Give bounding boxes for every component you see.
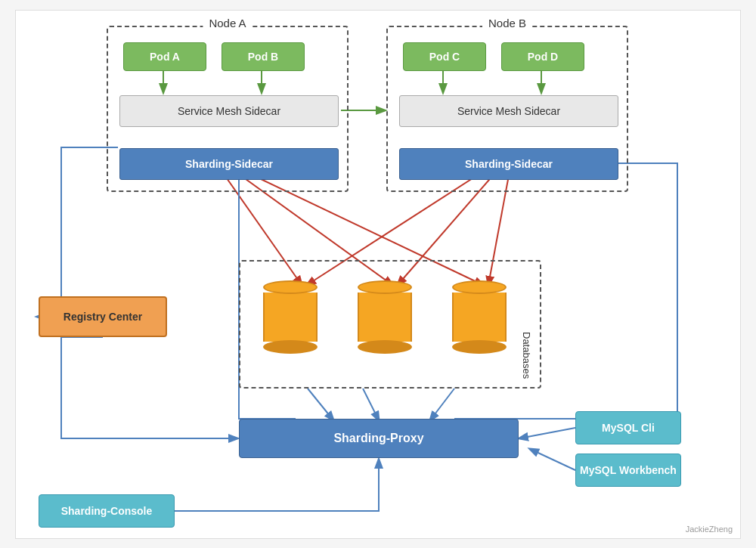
databases-label: Databases <box>521 332 532 379</box>
db1-bottom <box>263 340 318 354</box>
database-2 <box>358 280 412 354</box>
pod-a-label: Pod A <box>150 51 180 63</box>
pod-c-label: Pod C <box>429 51 460 63</box>
node-a-box: Node A Pod A Pod B Service Mesh Sidecar … <box>107 26 349 192</box>
registry-center-label: Registry Center <box>64 311 142 323</box>
pod-c: Pod C <box>403 42 486 71</box>
sharding-sidecar-a-label: Sharding-Sidecar <box>185 158 273 170</box>
svg-line-15 <box>530 449 575 470</box>
sharding-console-label: Sharding-Console <box>61 505 153 517</box>
db3-top <box>452 280 507 294</box>
watermark: JackieZheng <box>686 525 733 534</box>
sharding-proxy: Sharding-Proxy <box>239 419 519 458</box>
sharding-console: Sharding-Console <box>39 494 175 528</box>
pod-d-label: Pod D <box>528 51 558 63</box>
db2-bottom <box>358 340 412 354</box>
pod-d: Pod D <box>501 42 584 71</box>
node-b-label: Node B <box>482 17 532 29</box>
db2-top <box>358 280 412 294</box>
svg-line-11 <box>308 389 333 420</box>
db3-body <box>452 293 507 342</box>
diagram: Node A Pod A Pod B Service Mesh Sidecar … <box>15 10 741 539</box>
databases-box: Databases <box>239 260 541 389</box>
svg-line-13 <box>430 389 454 420</box>
db1-body <box>263 293 318 342</box>
db3-bottom <box>452 340 507 354</box>
mysql-cli: MySQL Cli <box>575 411 681 444</box>
mysql-workbench-label: MySQL Workbench <box>580 464 677 476</box>
database-3 <box>452 280 507 354</box>
pod-a: Pod A <box>123 42 206 71</box>
sidecar-b-label: Service Mesh Sidecar <box>457 105 560 117</box>
svg-line-12 <box>363 389 379 420</box>
sidecar-b: Service Mesh Sidecar <box>399 95 618 127</box>
node-a-label: Node A <box>203 17 252 29</box>
mysql-workbench: MySQL Workbench <box>575 454 681 487</box>
sidecar-a: Service Mesh Sidecar <box>119 95 339 127</box>
db2-body <box>358 293 412 342</box>
node-b-box: Node B Pod C Pod D Service Mesh Sidecar … <box>386 26 628 192</box>
sharding-sidecar-b-label: Sharding-Sidecar <box>465 158 553 170</box>
mysql-cli-label: MySQL Cli <box>602 422 655 434</box>
sharding-sidecar-a: Sharding-Sidecar <box>119 148 339 180</box>
pod-b: Pod B <box>222 42 305 71</box>
sharding-proxy-label: Sharding-Proxy <box>333 432 423 445</box>
db1-top <box>263 280 318 294</box>
pod-b-label: Pod B <box>248 51 278 63</box>
watermark-text: JackieZheng <box>686 525 733 534</box>
sharding-sidecar-b: Sharding-Sidecar <box>399 148 618 180</box>
svg-line-14 <box>519 428 575 438</box>
sidecar-a-label: Service Mesh Sidecar <box>178 105 280 117</box>
database-1 <box>263 280 318 354</box>
registry-center: Registry Center <box>39 296 167 337</box>
